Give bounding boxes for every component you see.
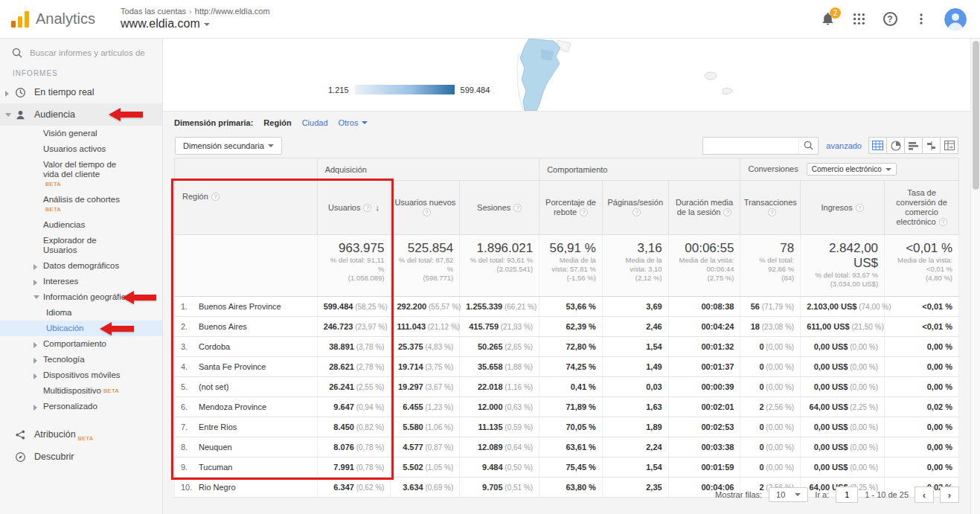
column-header-rebote[interactable]: Porcentaje de rebote? xyxy=(539,181,603,235)
help-icon[interactable]: ? xyxy=(632,208,641,216)
argentina-map[interactable] xyxy=(483,39,624,111)
sidebar-item-en-tiempo-real[interactable]: En tiempo real xyxy=(0,81,162,103)
table-row[interactable]: 2.Buenos Aires246.723 (23,97 %)111.043 (… xyxy=(175,317,959,337)
sidebar-item-usuarios-activos[interactable]: Usuarios activos xyxy=(0,141,162,157)
expand-icon[interactable] xyxy=(33,358,37,364)
sidebar-item-atribucion[interactable]: AtribuciónBETA xyxy=(0,423,162,446)
expand-icon[interactable] xyxy=(5,91,9,97)
secondary-dimension-button[interactable]: Dimensión secundaria xyxy=(175,137,282,155)
region-cell[interactable]: 1.Buenos Aires Province xyxy=(175,297,318,317)
performance-view-icon[interactable] xyxy=(904,137,923,154)
table-search-input[interactable] xyxy=(703,138,798,153)
notifications-bell-icon[interactable]: 2 xyxy=(819,11,836,28)
sidebar-item-intereses[interactable]: Intereses xyxy=(0,274,162,289)
primary-dimension-otros[interactable]: Otros xyxy=(339,118,368,127)
sidebar-item-idioma[interactable]: Idioma xyxy=(0,305,162,321)
avatar[interactable] xyxy=(944,8,967,30)
column-header-duracion[interactable]: Duración media de la sesión? xyxy=(668,181,740,235)
sidebar-item-descubrir[interactable]: Descubrir xyxy=(0,446,162,468)
expand-icon[interactable] xyxy=(33,342,37,348)
sidebar-item-ubicacion[interactable]: Ubicación xyxy=(0,321,162,336)
table-row[interactable]: 6.Mendoza Province9.647 (0,94 %)6.455 (1… xyxy=(175,397,959,417)
column-header-tasa-conversion[interactable]: Tasa de conversión de comercio electróni… xyxy=(885,181,959,235)
region-cell[interactable]: 6.Mendoza Province xyxy=(175,397,318,417)
breadcrumb-accounts[interactable]: Todas las cuentas xyxy=(121,7,186,16)
table-row[interactable]: 1.Buenos Aires Province599.484 (58,25 %)… xyxy=(175,297,959,317)
previous-page-button[interactable]: ‹ xyxy=(915,486,934,503)
next-page-button[interactable]: › xyxy=(940,486,959,503)
sidebar-item-tecnologia[interactable]: Tecnología xyxy=(0,352,162,367)
region-column-header[interactable]: Región? xyxy=(175,158,318,235)
region-cell[interactable]: 5.(not set) xyxy=(175,377,318,397)
table-row[interactable]: 5.(not set)26.241 (2,55 %)19.297 (3,67 %… xyxy=(175,377,959,397)
help-icon[interactable]: ? xyxy=(580,208,588,216)
collapse-icon[interactable] xyxy=(5,113,11,117)
vertical-scrollbar[interactable] xyxy=(970,39,980,514)
primary-dimension-ciudad[interactable]: Ciudad xyxy=(302,118,328,127)
data-view-icon[interactable] xyxy=(868,137,887,154)
sidebar-item-dispositivos-moviles[interactable]: Dispositivos móviles xyxy=(0,367,162,383)
column-header-paginas-sesion[interactable]: Páginas/sesión? xyxy=(602,181,668,235)
expand-icon[interactable] xyxy=(33,405,37,411)
sidebar-item-audiencia[interactable]: Audiencia xyxy=(0,103,162,126)
help-icon[interactable]: ? xyxy=(513,204,522,212)
table-row[interactable]: 9.Tucuman7.991 (0,78 %)5.502 (1,05 %)9.4… xyxy=(175,457,959,478)
breadcrumb-property[interactable]: http://www.eldia.com xyxy=(195,7,270,16)
sidebar-item-multidispositivo[interactable]: MultidispositivoBETA xyxy=(0,383,162,399)
analytics-logo-icon[interactable] xyxy=(10,10,30,28)
help-icon[interactable]: ? xyxy=(211,193,220,201)
region-cell[interactable]: 2.Buenos Aires xyxy=(175,317,318,337)
account-selector[interactable]: www.eldia.com xyxy=(121,16,270,32)
expand-icon[interactable] xyxy=(33,264,37,270)
sidebar-item-informacion-geografica[interactable]: Información geográfica xyxy=(0,289,162,305)
table-row[interactable]: 7.Entre Rios8.450 (0,82 %)5.580 (1,06 %)… xyxy=(175,417,959,437)
report-search[interactable]: Buscar informes y artículos de xyxy=(0,39,162,67)
scrollbar-thumb[interactable] xyxy=(973,41,979,190)
column-header-sesiones[interactable]: Sesiones? xyxy=(460,181,539,235)
rows-per-page-select[interactable]: 10 xyxy=(769,487,808,502)
help-icon[interactable]: ? xyxy=(882,11,898,28)
region-cell[interactable]: 3.Cordoba xyxy=(175,337,318,357)
sidebar-item-audiencias[interactable]: Audiencias xyxy=(0,217,162,233)
help-icon[interactable]: ? xyxy=(939,218,947,226)
help-icon[interactable]: ? xyxy=(423,208,431,216)
help-icon[interactable]: ? xyxy=(856,204,864,212)
ecommerce-selector[interactable]: Comercio electrónico xyxy=(807,163,897,176)
sidebar-item-vision-general[interactable]: Visión general xyxy=(0,126,162,141)
table-search-button[interactable] xyxy=(798,138,818,154)
table-row[interactable]: 3.Cordoba38.891 (3,78 %)25.375 (4,83 %)5… xyxy=(175,337,959,357)
help-icon[interactable]: ? xyxy=(363,204,371,212)
help-icon[interactable]: ? xyxy=(768,208,776,216)
sidebar-item-datos-demograficos[interactable]: Datos demográficos xyxy=(0,258,162,274)
sidebar-item-explorador-de-usuarios[interactable]: Explorador de Usuarios xyxy=(0,233,162,258)
sidebar-item-valor-del-tiempo-de-vida-del-cliente[interactable]: Valor del tiempo de vida del clienteBETA xyxy=(0,157,162,192)
primary-dimension-region[interactable]: Región xyxy=(263,118,291,127)
sidebar-item-comportamiento[interactable]: Comportamiento xyxy=(0,336,162,352)
table-row[interactable]: 4.Santa Fe Province28.621 (2,78 %)19.714… xyxy=(175,357,959,377)
collapse-icon[interactable] xyxy=(33,295,39,299)
overflow-menu-icon[interactable] xyxy=(913,11,929,28)
table-row[interactable]: 8.Neuquen8.076 (0,78 %)4.577 (0,87 %)12.… xyxy=(175,437,959,457)
region-cell[interactable]: 8.Neuquen xyxy=(175,437,318,457)
region-cell[interactable]: 7.Entre Rios xyxy=(175,417,318,437)
sidebar-item-analisis-de-cohortes[interactable]: Análisis de cohortesBETA xyxy=(0,192,162,217)
column-header-transacciones[interactable]: Transacciones? xyxy=(740,181,801,235)
breadcrumb[interactable]: Todas las cuentas›http://www.eldia.com xyxy=(121,6,270,16)
apps-grid-icon[interactable] xyxy=(851,11,867,28)
help-icon[interactable]: ? xyxy=(723,208,731,216)
goto-page-input[interactable] xyxy=(836,486,858,503)
sidebar-item-personalizado[interactable]: Personalizado xyxy=(0,399,162,414)
expand-icon[interactable] xyxy=(33,280,37,286)
region-cell[interactable]: 10.Rio Negro xyxy=(175,478,318,498)
sort-descending-icon[interactable]: ↓ xyxy=(375,203,379,212)
region-cell[interactable]: 4.Santa Fe Province xyxy=(175,357,318,377)
comparison-view-icon[interactable] xyxy=(922,137,941,154)
column-header-ingresos[interactable]: Ingresos? xyxy=(801,181,885,235)
percentage-view-icon[interactable] xyxy=(886,137,905,154)
region-cell[interactable]: 9.Tucuman xyxy=(175,457,318,478)
column-header-usuarios-nuevos[interactable]: Usuarios nuevos? xyxy=(391,181,460,235)
pivot-view-icon[interactable] xyxy=(940,137,958,154)
advanced-search-link[interactable]: avanzado xyxy=(826,141,862,150)
expand-icon[interactable] xyxy=(33,373,37,379)
column-header-usuarios[interactable]: Usuarios?↓ xyxy=(317,181,391,235)
